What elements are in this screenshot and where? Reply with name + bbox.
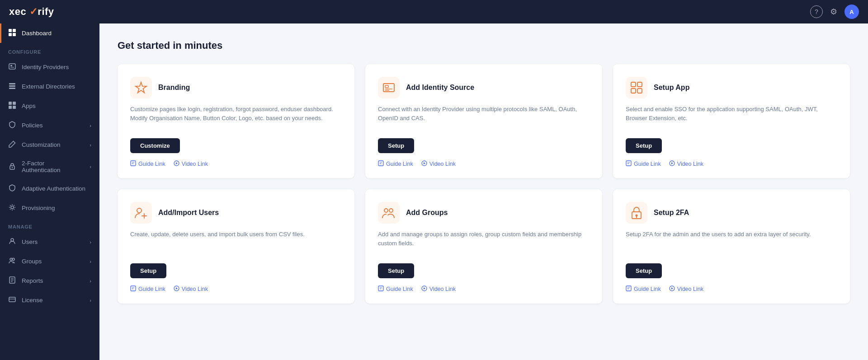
identity-source-video-link[interactable]: Video Link xyxy=(421,160,456,168)
identity-providers-icon xyxy=(8,63,16,71)
svg-rect-57 xyxy=(626,286,631,291)
sidebar-item-policies[interactable]: Policies › xyxy=(0,116,99,135)
svg-rect-26 xyxy=(131,161,136,166)
setup-app-guide-link[interactable]: Guide Link xyxy=(626,160,661,168)
add-users-desc: Create, update, delete users, and import… xyxy=(130,230,342,254)
add-groups-icon xyxy=(378,202,400,224)
svg-rect-30 xyxy=(385,85,388,88)
video-label: Video Link xyxy=(429,161,456,167)
sidebar-section-configure: Configure xyxy=(0,43,99,57)
svg-marker-48 xyxy=(176,287,178,290)
svg-rect-8 xyxy=(9,85,15,87)
guide-icon xyxy=(378,160,384,168)
sidebar-item-adaptive-auth[interactable]: Adaptive Authentication xyxy=(0,179,99,198)
settings-icon[interactable]: ⚙ xyxy=(830,7,837,17)
user-avatar[interactable]: A xyxy=(844,5,859,19)
sidebar-item-label: External Directories xyxy=(22,83,75,90)
setup-app-video-link[interactable]: Video Link xyxy=(669,160,703,168)
identity-source-guide-link[interactable]: Guide Link xyxy=(378,160,413,168)
svg-rect-33 xyxy=(378,161,383,166)
chevron-icon: › xyxy=(90,278,91,284)
page-title: Get started in minutes xyxy=(118,40,850,51)
sidebar-item-customization[interactable]: Customization › xyxy=(0,135,99,154)
svg-point-15 xyxy=(12,167,13,168)
reports-icon xyxy=(8,276,16,285)
add-groups-links: Guide Link Video Link xyxy=(378,285,590,293)
sidebar-item-provisioning[interactable]: Provisioning xyxy=(0,198,99,218)
add-groups-video-link[interactable]: Video Link xyxy=(421,285,456,293)
sidebar-item-label: Adaptive Authentication xyxy=(22,185,85,192)
guide-icon xyxy=(378,285,384,293)
apps-icon xyxy=(8,102,16,110)
sidebar-item-label: Users xyxy=(22,238,38,245)
sidebar-item-external-directories[interactable]: External Directories xyxy=(0,77,99,96)
main-content: Get started in minutes Branding Customiz… xyxy=(99,23,868,360)
guide-label: Guide Link xyxy=(386,286,413,292)
branding-title: Branding xyxy=(158,84,190,92)
branding-button[interactable]: Customize xyxy=(130,138,180,153)
sidebar-item-dashboard[interactable]: Dashboard xyxy=(0,23,99,43)
add-users-button[interactable]: Setup xyxy=(130,263,166,278)
svg-rect-0 xyxy=(9,29,12,32)
card-add-groups: Add Groups Add and manage groups to assi… xyxy=(365,189,602,304)
help-icon[interactable]: ? xyxy=(810,5,823,18)
video-icon xyxy=(174,285,179,293)
card-header: Add Identity Source xyxy=(378,77,590,98)
provisioning-icon xyxy=(8,204,16,212)
svg-rect-46 xyxy=(131,286,136,291)
guide-label: Guide Link xyxy=(386,161,413,167)
svg-rect-38 xyxy=(631,89,636,93)
chevron-icon: › xyxy=(90,164,91,169)
chevron-icon: › xyxy=(90,239,91,245)
setup-2fa-button[interactable]: Setup xyxy=(626,263,662,278)
card-add-identity-source: Add Identity Source Connect with an Iden… xyxy=(365,64,602,178)
svg-marker-53 xyxy=(424,287,425,290)
sidebar-item-identity-providers[interactable]: Identity Providers xyxy=(0,57,99,77)
sidebar-item-2fa[interactable]: 2-Factor Authentication › xyxy=(0,154,99,179)
branding-video-link[interactable]: Video Link xyxy=(174,160,208,168)
guide-label: Guide Link xyxy=(634,161,661,167)
card-header: Branding xyxy=(130,77,342,98)
sidebar-item-label: Reports xyxy=(22,277,43,284)
setup-app-title: Setup App xyxy=(654,84,689,92)
users-icon xyxy=(8,238,16,246)
add-users-links: Guide Link Video Link xyxy=(130,285,342,293)
add-users-title: Add/Import Users xyxy=(158,209,219,217)
guide-label: Guide Link xyxy=(138,161,165,167)
add-users-guide-link[interactable]: Guide Link xyxy=(130,285,165,293)
sidebar-item-apps[interactable]: Apps xyxy=(0,96,99,116)
identity-source-links: Guide Link Video Link xyxy=(378,160,590,168)
setup-app-icon xyxy=(626,77,647,98)
svg-marker-42 xyxy=(671,162,673,164)
identity-source-button[interactable]: Setup xyxy=(378,138,414,153)
sidebar: Dashboard Configure Identity Providers E… xyxy=(0,23,99,360)
video-label: Video Link xyxy=(677,161,703,167)
svg-point-50 xyxy=(389,209,393,212)
video-label: Video Link xyxy=(677,286,703,292)
card-header: Setup 2FA xyxy=(626,202,837,224)
add-users-video-link[interactable]: Video Link xyxy=(174,285,208,293)
sidebar-item-license[interactable]: License › xyxy=(0,290,99,310)
identity-source-title: Add Identity Source xyxy=(406,84,474,92)
sidebar-item-users[interactable]: Users › xyxy=(0,232,99,252)
setup-2fa-guide-link[interactable]: Guide Link xyxy=(626,285,661,293)
card-branding: Branding Customize pages like login, reg… xyxy=(118,64,354,178)
guide-icon xyxy=(626,160,632,168)
sidebar-item-groups[interactable]: Groups › xyxy=(0,252,99,271)
setup-app-button[interactable]: Setup xyxy=(626,138,662,153)
svg-rect-36 xyxy=(631,82,636,87)
card-setup-app: Setup App Select and enable SSO for the … xyxy=(613,64,850,178)
card-add-import-users: Add/Import Users Create, update, delete … xyxy=(118,189,354,304)
branding-guide-link[interactable]: Guide Link xyxy=(130,160,165,168)
video-icon xyxy=(174,160,179,168)
logo[interactable]: xec ✓rify xyxy=(9,6,54,18)
sidebar-item-label: Provisioning xyxy=(22,205,55,211)
setup-2fa-video-link[interactable]: Video Link xyxy=(669,285,703,293)
add-groups-button[interactable]: Setup xyxy=(378,263,414,278)
sidebar-item-reports[interactable]: Reports › xyxy=(0,271,99,290)
branding-icon xyxy=(130,77,152,98)
external-directories-icon xyxy=(8,82,16,91)
add-groups-guide-link[interactable]: Guide Link xyxy=(378,285,413,293)
adaptive-auth-icon xyxy=(8,184,16,193)
chevron-icon: › xyxy=(90,298,91,303)
